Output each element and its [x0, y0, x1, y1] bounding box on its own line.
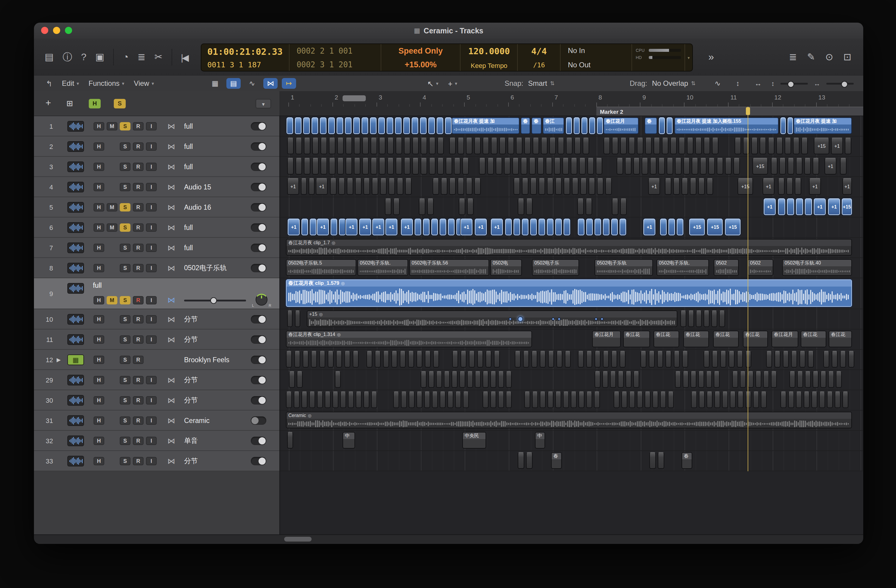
audio-clip[interactable]: [483, 138, 489, 154]
audio-clip[interactable]: [296, 158, 302, 175]
audio-clip[interactable]: [437, 158, 444, 175]
audio-clip[interactable]: [610, 371, 616, 388]
audio-clip[interactable]: [673, 178, 680, 195]
record-enable-button[interactable]: R: [133, 436, 143, 445]
audio-clip[interactable]: [446, 158, 452, 175]
audio-region[interactable]: 春江花: [743, 331, 768, 347]
audio-clip[interactable]: [396, 138, 402, 154]
audio-clip[interactable]: [743, 138, 750, 154]
audio-clip[interactable]: [425, 351, 431, 367]
track-number[interactable]: 7: [34, 244, 53, 251]
audio-clip[interactable]: [682, 351, 688, 367]
quick-help-icon[interactable]: ?: [81, 52, 86, 62]
audio-clip[interactable]: [549, 138, 556, 154]
track-name[interactable]: 0502电子乐轨: [184, 263, 227, 272]
lcd-varispeed-value[interactable]: +15.00%: [381, 60, 460, 69]
solo-button[interactable]: S: [120, 457, 131, 465]
audio-clip[interactable]: [539, 178, 545, 195]
audio-clip[interactable]: [459, 198, 465, 215]
audio-clip[interactable]: [614, 391, 620, 408]
audio-clip[interactable]: [539, 219, 545, 235]
audio-clip[interactable]: [787, 198, 794, 215]
audio-clip[interactable]: [466, 178, 472, 195]
track-number[interactable]: 4: [34, 183, 53, 190]
audio-clip[interactable]: [578, 219, 584, 235]
duplicate-track-button[interactable]: ⊞: [64, 99, 76, 108]
audio-clip[interactable]: [683, 371, 689, 388]
audio-clip[interactable]: [579, 158, 586, 175]
audio-clip[interactable]: [574, 117, 580, 134]
track-on-off-toggle[interactable]: [251, 376, 266, 384]
audio-clip[interactable]: [505, 219, 512, 235]
audio-clip[interactable]: [490, 391, 496, 408]
audio-clip[interactable]: [563, 391, 569, 408]
audio-clip[interactable]: [383, 351, 389, 367]
lcd-varispeed-section[interactable]: Speed Only +15.00%: [380, 44, 460, 71]
audio-clip[interactable]: [848, 351, 854, 367]
audio-region[interactable]: 春江花: [683, 331, 709, 347]
audio-clip[interactable]: [319, 351, 325, 367]
audio-clip[interactable]: [558, 138, 564, 154]
hide-button[interactable]: H: [93, 335, 104, 343]
track-name[interactable]: full: [184, 244, 193, 251]
audio-clip[interactable]: [337, 158, 344, 175]
audio-clip[interactable]: [397, 178, 403, 195]
track-on-off-toggle[interactable]: [251, 396, 266, 404]
audio-clip[interactable]: [845, 138, 851, 154]
audio-clip[interactable]: [404, 138, 410, 154]
audio-clip[interactable]: [317, 391, 323, 408]
audio-clip[interactable]: [412, 138, 419, 154]
audio-clip[interactable]: [761, 391, 767, 408]
track-name[interactable]: Ceramic: [184, 417, 210, 424]
audio-clip[interactable]: [287, 138, 294, 154]
lcd-varispeed-mode[interactable]: Speed Only: [381, 46, 460, 55]
lcd-secondary-section[interactable]: 0002 2 1 001 0002 3 1 201: [289, 44, 381, 71]
audio-clip[interactable]: [786, 178, 793, 195]
audio-clip[interactable]: [728, 351, 734, 367]
audio-region[interactable]: 春江花月夜 提速 加: [794, 117, 852, 134]
audio-region[interactable]: 春江花: [713, 331, 739, 347]
audio-clip[interactable]: [657, 351, 663, 367]
flex-track-icon[interactable]: ⋈: [168, 263, 175, 272]
flex-track-icon[interactable]: ⋈: [168, 182, 175, 191]
track-header[interactable]: 8HSRI⋈0502电子乐轨: [34, 258, 279, 278]
track-name[interactable]: full: [184, 224, 193, 231]
audio-clip[interactable]: [547, 178, 553, 195]
audio-clip[interactable]: [712, 351, 718, 367]
audio-clip[interactable]: [474, 178, 481, 195]
audio-clip[interactable]: [730, 391, 736, 408]
audio-clip[interactable]: +1: [386, 219, 397, 235]
bar-ruler[interactable]: 12345678910111213Marker 2: [279, 91, 863, 116]
audio-clip[interactable]: [740, 371, 746, 388]
track-header[interactable]: 29HSRI⋈分节: [34, 370, 279, 390]
master-solo-button[interactable]: S: [114, 99, 126, 108]
audio-clip[interactable]: [345, 117, 352, 134]
flex-marker-dot[interactable]: [558, 318, 561, 320]
audio-clip[interactable]: [706, 371, 712, 388]
input-monitor-button[interactable]: I: [146, 457, 157, 465]
audio-clip[interactable]: [796, 158, 803, 175]
audio-clip[interactable]: [629, 391, 635, 408]
audio-clip[interactable]: [780, 117, 786, 134]
audio-clip[interactable]: [380, 178, 387, 195]
audio-clip[interactable]: [760, 138, 766, 154]
record-enable-button[interactable]: R: [133, 416, 143, 425]
audio-clip[interactable]: [504, 158, 510, 175]
audio-clip[interactable]: [455, 391, 461, 408]
audio-clip[interactable]: [370, 138, 377, 154]
mute-button[interactable]: M: [107, 203, 117, 211]
audio-clip[interactable]: [337, 138, 344, 154]
track-on-off-toggle[interactable]: [251, 416, 266, 425]
automation-icon[interactable]: ∿: [245, 78, 259, 89]
hide-button[interactable]: H: [93, 376, 104, 384]
audio-clip[interactable]: +1: [831, 138, 843, 154]
audio-clip[interactable]: [449, 138, 456, 154]
hide-button[interactable]: H: [93, 243, 104, 252]
audio-clip[interactable]: [346, 138, 352, 154]
audio-clip[interactable]: [805, 198, 812, 215]
audio-clip[interactable]: [580, 178, 587, 195]
audio-clip[interactable]: [652, 391, 658, 408]
audio-clip[interactable]: [366, 351, 372, 367]
audio-clip[interactable]: [328, 117, 335, 134]
audio-clip[interactable]: [640, 351, 646, 367]
